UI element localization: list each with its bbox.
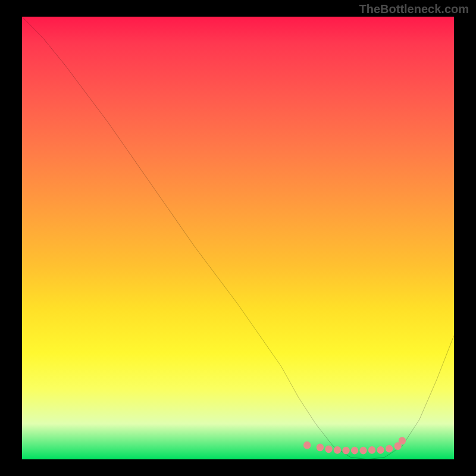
valley-dot bbox=[359, 447, 367, 455]
valley-dot bbox=[303, 441, 311, 449]
valley-dot bbox=[368, 446, 375, 454]
valley-dot bbox=[342, 447, 349, 455]
valley-dot bbox=[386, 445, 393, 453]
plot-area bbox=[22, 17, 454, 459]
valley-dot bbox=[334, 446, 341, 454]
valley-dot bbox=[325, 446, 332, 453]
chart-dots-svg bbox=[22, 17, 454, 459]
valley-dot bbox=[377, 446, 384, 454]
watermark-text: TheBottleneck.com bbox=[359, 2, 469, 16]
valley-dot bbox=[317, 444, 324, 452]
valley-dot bbox=[351, 447, 358, 455]
valley-dot bbox=[399, 437, 406, 444]
